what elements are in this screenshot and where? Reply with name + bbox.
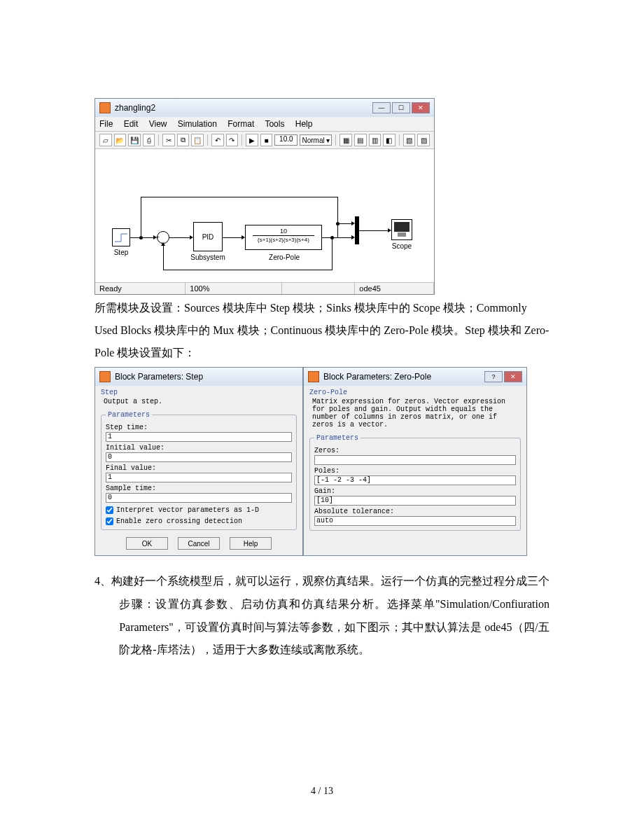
status-ready: Ready	[95, 283, 186, 294]
stop-icon[interactable]: ■	[260, 134, 273, 146]
toolbar: ▱ 📂 💾 ⎙ ✂ ⧉ 📋 ↶ ↷ ▶ ■ 10.0 Normal ▾ ▦ ▤ …	[95, 132, 434, 149]
zero-pole-label: Zero-Pole	[260, 253, 309, 261]
cut-icon[interactable]: ✂	[162, 134, 175, 146]
tb-icon-b[interactable]: ▤	[354, 134, 367, 146]
step-desc: Output a step.	[101, 396, 297, 410]
zp-params-group: Parameters Zeros: [] Poles: [-1 -2 -3 -4…	[309, 434, 521, 531]
paragraph-2: 4、构建好一个系统模型后，就可以运行，观察仿真结果。运行一个仿真的完整过程分成三…	[94, 570, 550, 662]
menu-bar: File Edit View Simulation Format Tools H…	[95, 117, 434, 132]
step-block[interactable]	[112, 228, 130, 246]
menu-tools[interactable]: Tools	[265, 119, 284, 129]
zp-params-legend: Parameters	[314, 434, 360, 442]
zero-crossing-checkbox[interactable]: Enable zero crossing detection	[106, 517, 292, 525]
paragraph-1: 所需模块及设置：Sources 模块库中 Step 模块；Sinks 模块库中的…	[94, 297, 550, 364]
gain-label: Gain:	[314, 487, 516, 495]
final-value-input[interactable]: 1	[106, 473, 292, 482]
initial-value-input[interactable]: 0	[106, 452, 292, 462]
tb-icon-e[interactable]: ▧	[403, 134, 416, 146]
step-dialog-titlebar[interactable]: Block Parameters: Step	[95, 368, 302, 386]
zp-dialog-title: Block Parameters: Zero-Pole	[323, 372, 431, 382]
step-time-input[interactable]: 1	[106, 432, 292, 442]
zp-desc: Matrix expression for zeros. Vector expr…	[309, 396, 521, 433]
scope-label: Scope	[388, 242, 416, 250]
abstol-input[interactable]: auto	[314, 516, 516, 526]
zero-pole-block[interactable]: 10 (s+1)(s+2)(s+3)(s+4)	[245, 225, 322, 250]
open-icon[interactable]: 📂	[114, 134, 127, 146]
zp-close-button[interactable]: ✕	[504, 371, 522, 382]
gain-input[interactable]: [10]	[314, 496, 516, 506]
initial-value-label: Initial value:	[106, 444, 292, 452]
tf-numerator: 10	[246, 228, 321, 235]
menu-help[interactable]: Help	[295, 119, 313, 129]
tb-icon-f[interactable]: ▨	[417, 134, 430, 146]
mode-select[interactable]: Normal ▾	[300, 134, 332, 146]
step-dialog-title: Block Parameters: Step	[115, 372, 203, 382]
status-solver: ode45	[355, 283, 434, 294]
menu-file[interactable]: File	[99, 119, 113, 129]
zeros-label: Zeros:	[314, 447, 516, 454]
status-zoom: 100%	[186, 283, 282, 294]
model-canvas[interactable]: Step + - PID Subsystem 10 (s+1)(s+2)(s+3…	[95, 149, 434, 282]
window-title: zhangling2	[115, 103, 155, 113]
dialog-icon	[99, 371, 111, 382]
menu-edit[interactable]: Edit	[124, 119, 139, 129]
new-icon[interactable]: ▱	[99, 134, 112, 146]
cancel-button[interactable]: Cancel	[178, 537, 220, 550]
tb-icon-d[interactable]: ◧	[383, 134, 396, 146]
stop-time-input[interactable]: 10.0	[274, 134, 298, 146]
window-titlebar[interactable]: zhangling2 — ☐ ✕	[95, 99, 434, 117]
print-icon[interactable]: ⎙	[143, 134, 155, 146]
zero-pole-dialog: Block Parameters: Zero-Pole ? ✕ Zero-Pol…	[303, 367, 527, 556]
menu-simulation[interactable]: Simulation	[178, 119, 217, 129]
page-number: 4 / 13	[0, 786, 644, 797]
status-bar: Ready 100% ode45	[95, 282, 434, 294]
pid-block[interactable]: PID	[193, 222, 223, 251]
simulink-window: zhangling2 — ☐ ✕ File Edit View Simulati…	[94, 98, 435, 295]
zp-help-button[interactable]: ?	[484, 371, 503, 382]
sample-time-label: Sample time:	[106, 485, 292, 492]
app-icon	[99, 102, 111, 113]
dialog-icon	[308, 371, 319, 382]
subsystem-label: Subsystem	[186, 253, 230, 261]
step-section-label: Step	[101, 389, 297, 396]
undo-icon[interactable]: ↶	[211, 134, 224, 146]
maximize-button[interactable]: ☐	[392, 102, 410, 113]
step-label: Step	[111, 249, 132, 256]
step-time-label: Step time:	[106, 424, 292, 431]
tb-icon-c[interactable]: ▥	[369, 134, 382, 146]
zp-section-label: Zero-Pole	[309, 389, 521, 396]
scope-block[interactable]	[391, 219, 412, 240]
save-icon[interactable]: 💾	[128, 134, 141, 146]
help-button[interactable]: Help	[230, 537, 272, 550]
sample-time-input[interactable]: 0	[106, 493, 292, 503]
poles-label: Poles:	[314, 467, 516, 475]
redo-icon[interactable]: ↷	[226, 134, 239, 146]
play-icon[interactable]: ▶	[246, 134, 258, 146]
paste-icon[interactable]: 📋	[191, 134, 204, 146]
poles-input[interactable]: [-1 -2 -3 -4]	[314, 475, 516, 485]
menu-format[interactable]: Format	[227, 119, 254, 129]
tb-icon-a[interactable]: ▦	[340, 134, 352, 146]
zp-dialog-titlebar[interactable]: Block Parameters: Zero-Pole ? ✕	[304, 368, 526, 386]
minimize-button[interactable]: —	[372, 102, 391, 113]
final-value-label: Final value:	[106, 464, 292, 472]
step-params-legend: Parameters	[106, 411, 152, 419]
step-params-group: Parameters Step time: 1 Initial value: 0…	[101, 411, 297, 530]
step-dialog: Block Parameters: Step Step Output a ste…	[94, 367, 303, 556]
ok-button[interactable]: OK	[126, 537, 168, 550]
abstol-label: Absolute tolerance:	[314, 508, 516, 515]
copy-icon[interactable]: ⧉	[177, 134, 190, 146]
zeros-input[interactable]: []	[314, 455, 516, 465]
vector-1d-checkbox[interactable]: Interpret vector parameters as 1-D	[106, 506, 292, 514]
tf-denominator: (s+1)(s+2)(s+3)(s+4)	[253, 235, 314, 243]
close-button[interactable]: ✕	[412, 102, 430, 113]
menu-view[interactable]: View	[149, 119, 167, 129]
